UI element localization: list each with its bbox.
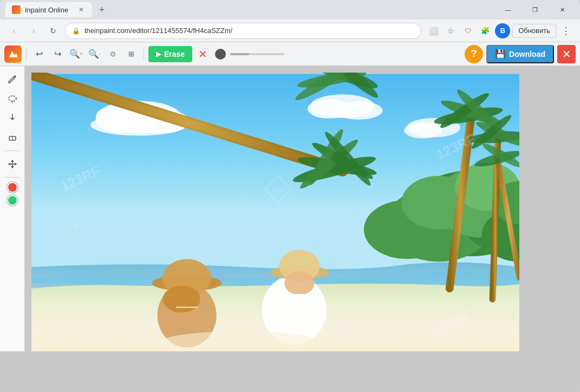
maximize-button[interactable]: ❐ bbox=[523, 1, 548, 18]
url-text: theinpaint.com/editor/1211455574/fH4caSZ… bbox=[84, 27, 414, 35]
brush-size-slider[interactable] bbox=[230, 53, 284, 55]
zoom-fit-button[interactable]: ⊙ bbox=[105, 46, 121, 62]
bookmark-button[interactable]: ☆ bbox=[443, 23, 458, 38]
back-button[interactable]: ‹ bbox=[6, 23, 22, 38]
eraser-tool[interactable] bbox=[4, 129, 21, 146]
app-logo bbox=[4, 45, 22, 63]
tab-favicon bbox=[12, 5, 21, 14]
undo-button[interactable]: ↩ bbox=[31, 46, 47, 62]
help-button[interactable]: ? bbox=[465, 45, 483, 63]
toolbar-separator-2 bbox=[144, 48, 144, 61]
extension-shield-button[interactable]: 🛡 bbox=[460, 23, 475, 38]
erase-button[interactable]: ▶ Erase bbox=[148, 46, 192, 62]
url-bar[interactable]: 🔒 theinpaint.com/editor/1211455574/fH4ca… bbox=[65, 23, 421, 39]
tab-title: Inpaint Online bbox=[25, 6, 68, 14]
pencil-tool[interactable] bbox=[4, 70, 21, 88]
canvas-container: 123RF © 123RF 123RF RF RF bbox=[31, 73, 519, 351]
cancel-erase-button[interactable]: ✕ bbox=[194, 46, 211, 62]
toolbar-separator-1 bbox=[26, 48, 27, 61]
brush-size-control bbox=[215, 49, 284, 60]
redo-button[interactable]: ↪ bbox=[49, 46, 66, 62]
close-button[interactable]: ✕ bbox=[550, 1, 575, 18]
new-tab-button[interactable]: + bbox=[95, 3, 108, 16]
active-tab[interactable]: Inpaint Online ✕ bbox=[5, 2, 92, 17]
svg-point-55 bbox=[284, 271, 314, 295]
beach-scene: 123RF © 123RF 123RF RF RF bbox=[31, 73, 519, 351]
editor-toolbar: ↩ ↪ 🔍+ 🔍- ⊙ ⊞ ▶ Erase ✕ ? 💾 Download ✕ bbox=[0, 42, 580, 66]
svg-point-1 bbox=[9, 96, 16, 101]
window-controls: — ❐ ✕ bbox=[496, 1, 575, 18]
right-gray-area bbox=[526, 66, 580, 351]
slider-fill bbox=[230, 53, 249, 55]
title-bar: Inpaint Online ✕ + — ❐ ✕ bbox=[0, 0, 580, 19]
brush-preview bbox=[215, 49, 226, 60]
download-button[interactable]: 💾 Download bbox=[486, 45, 554, 63]
extensions-button[interactable]: 🧩 bbox=[478, 23, 493, 38]
minimize-button[interactable]: — bbox=[496, 1, 520, 18]
erase-label: Erase bbox=[164, 50, 185, 58]
browser-menu-button[interactable]: ⋮ bbox=[558, 23, 574, 38]
svg-point-51 bbox=[163, 286, 200, 313]
canvas-outer: 123RF © 123RF 123RF RF RF bbox=[25, 66, 526, 351]
bottom-gray-area bbox=[0, 351, 580, 392]
tool-separator bbox=[5, 151, 20, 151]
lasso-tool[interactable] bbox=[4, 90, 21, 107]
zoom-actual-button[interactable]: ⊞ bbox=[123, 46, 139, 62]
browser-window: Inpaint Online ✕ + — ❐ ✕ ‹ › ↻ 🔒 theinpa… bbox=[0, 0, 580, 392]
toolbar-right: ? 💾 Download ✕ bbox=[465, 45, 576, 63]
arrow-tool[interactable] bbox=[4, 109, 21, 127]
canvas-area[interactable]: 123RF © 123RF 123RF RF RF bbox=[25, 66, 526, 351]
editor-area: 123RF © 123RF 123RF RF RF bbox=[0, 66, 580, 351]
left-toolbox bbox=[0, 66, 25, 351]
lock-icon: 🔒 bbox=[72, 27, 80, 35]
erase-play-icon: ▶ bbox=[156, 50, 161, 58]
address-bar: ‹ › ↻ 🔒 theinpaint.com/editor/1211455574… bbox=[0, 19, 580, 42]
translate-button[interactable]: ⬜ bbox=[426, 23, 441, 38]
svg-text:RF: RF bbox=[274, 187, 282, 193]
refresh-page-button[interactable]: Обновить bbox=[512, 24, 556, 38]
svg-point-12 bbox=[334, 101, 382, 120]
download-label: Download bbox=[509, 50, 545, 58]
close-editor-button[interactable]: ✕ bbox=[557, 45, 576, 63]
color-red[interactable] bbox=[7, 182, 18, 193]
title-bar-left: Inpaint Online ✕ + bbox=[5, 2, 491, 17]
forward-button[interactable]: › bbox=[26, 23, 41, 38]
zoom-in-button[interactable]: 🔍+ bbox=[68, 46, 84, 62]
download-icon: 💾 bbox=[495, 49, 506, 59]
color-separator bbox=[5, 177, 20, 178]
refresh-button[interactable]: ↻ bbox=[45, 23, 61, 38]
address-actions: ⬜ ☆ 🛡 🧩 В Обновить ⋮ bbox=[426, 23, 574, 38]
move-tool[interactable] bbox=[4, 155, 21, 173]
color-green[interactable] bbox=[7, 195, 18, 206]
tab-close-button[interactable]: ✕ bbox=[77, 5, 86, 14]
zoom-out-button[interactable]: 🔍- bbox=[86, 46, 102, 62]
profile-button[interactable]: В bbox=[495, 23, 510, 38]
svg-point-14 bbox=[404, 122, 441, 139]
